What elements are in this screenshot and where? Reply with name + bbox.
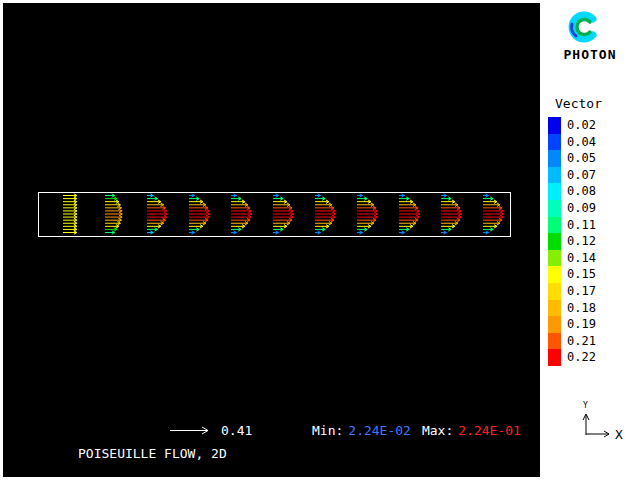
legend-value: 0.05 bbox=[567, 150, 596, 167]
legend-value: 0.18 bbox=[567, 300, 596, 317]
min-value: 2.24E-02 bbox=[348, 423, 411, 438]
legend-entry: 0.21 bbox=[548, 333, 596, 350]
legend-entry: 0.15 bbox=[548, 266, 596, 283]
legend-swatch bbox=[548, 250, 561, 267]
legend-swatch bbox=[548, 217, 561, 234]
legend-value: 0.21 bbox=[567, 333, 596, 350]
reference-scale-value: 0.41 bbox=[221, 423, 252, 438]
legend-entry: 0.04 bbox=[548, 134, 596, 151]
x-axis-arrow bbox=[586, 431, 609, 437]
reference-arrow-icon bbox=[169, 424, 215, 437]
legend-swatch bbox=[548, 233, 561, 250]
plot-canvas[interactable]: 0.41 Min: 2.24E-02 Max: 2.24E-01 POISEUI… bbox=[3, 3, 540, 477]
legend-value: 0.04 bbox=[567, 134, 596, 151]
legend-value: 0.14 bbox=[567, 250, 596, 267]
legend-swatch bbox=[548, 150, 561, 167]
app-name: PHOTON bbox=[540, 47, 640, 62]
reference-scale: 0.41 bbox=[169, 423, 252, 438]
vector-field-plot bbox=[3, 3, 540, 477]
legend-value: 0.12 bbox=[567, 233, 596, 250]
legend-value: 0.22 bbox=[567, 349, 596, 366]
sidebar: PHOTON Vector 0.020.040.050.070.080.090.… bbox=[540, 0, 640, 480]
plot-title: POISEUILLE FLOW, 2D bbox=[78, 446, 227, 461]
legend-entry: 0.12 bbox=[548, 233, 596, 250]
legend-entry: 0.18 bbox=[548, 300, 596, 317]
legend-swatch bbox=[548, 117, 561, 134]
legend-entry: 0.07 bbox=[548, 167, 596, 184]
legend-value: 0.08 bbox=[567, 183, 596, 200]
axis-orientation-indicator: X Y bbox=[578, 398, 636, 446]
photon-window: 0.41 Min: 2.24E-02 Max: 2.24E-01 POISEUI… bbox=[0, 0, 640, 480]
legend-entry: 0.17 bbox=[548, 283, 596, 300]
legend-swatch bbox=[548, 333, 561, 350]
legend-entry: 0.09 bbox=[548, 200, 596, 217]
legend-value: 0.09 bbox=[567, 200, 596, 217]
legend-entry: 0.05 bbox=[548, 150, 596, 167]
legend-swatch bbox=[548, 266, 561, 283]
y-axis-label: Y bbox=[583, 401, 588, 410]
legend-value: 0.19 bbox=[567, 316, 596, 333]
legend-title: Vector bbox=[555, 96, 602, 111]
legend-entries: 0.020.040.050.070.080.090.110.120.140.15… bbox=[548, 117, 596, 366]
legend-entry: 0.19 bbox=[548, 316, 596, 333]
legend-value: 0.17 bbox=[567, 283, 596, 300]
max-label: Max: bbox=[422, 423, 453, 438]
max-value: 2.24E-01 bbox=[458, 423, 521, 438]
legend-swatch bbox=[548, 183, 561, 200]
legend-value: 0.15 bbox=[567, 266, 596, 283]
legend-value: 0.07 bbox=[567, 167, 596, 184]
legend-swatch bbox=[548, 167, 561, 184]
legend-entry: 0.08 bbox=[548, 183, 596, 200]
legend-swatch bbox=[548, 200, 561, 217]
x-axis-label: X bbox=[615, 427, 623, 442]
y-axis-arrow bbox=[583, 414, 589, 435]
legend-swatch bbox=[548, 300, 561, 317]
legend-swatch bbox=[548, 134, 561, 151]
legend-swatch bbox=[548, 316, 561, 333]
photon-logo-icon bbox=[563, 7, 603, 47]
legend-swatch bbox=[548, 283, 561, 300]
legend-value: 0.11 bbox=[567, 217, 596, 234]
min-label: Min: bbox=[312, 423, 343, 438]
legend-entry: 0.02 bbox=[548, 117, 596, 134]
minmax-readout: Min: 2.24E-02 Max: 2.24E-01 bbox=[312, 423, 521, 438]
legend-swatch bbox=[548, 349, 561, 366]
legend-entry: 0.11 bbox=[548, 217, 596, 234]
legend-value: 0.02 bbox=[567, 117, 596, 134]
legend-entry: 0.22 bbox=[548, 349, 596, 366]
legend-entry: 0.14 bbox=[548, 250, 596, 267]
